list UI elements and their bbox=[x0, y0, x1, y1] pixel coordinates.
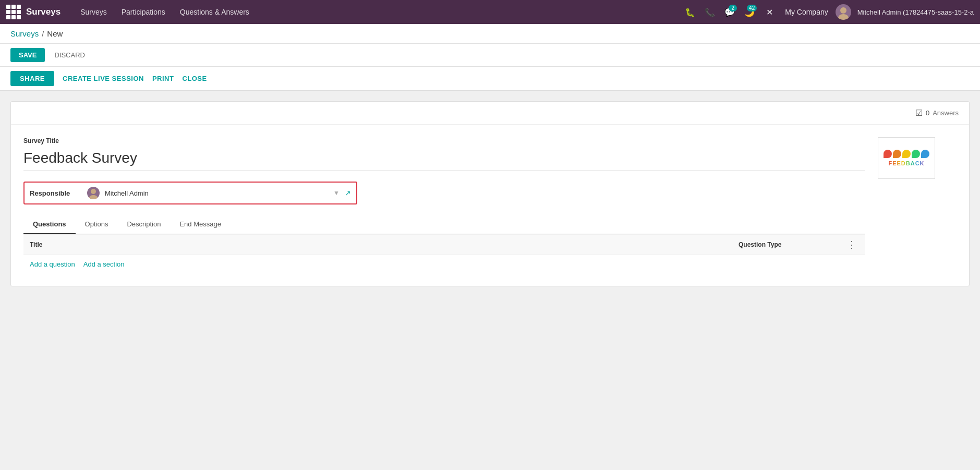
close-x-icon[interactable]: ✕ bbox=[761, 4, 778, 20]
action-bar: SAVE DISCARD bbox=[0, 44, 980, 67]
tabs-row: Questions Options Description End Messag… bbox=[23, 215, 865, 234]
bubble-orange bbox=[893, 150, 901, 158]
feedback-logo-text: FEEDBACK bbox=[888, 160, 924, 166]
add-links: Add a question Add a section bbox=[30, 260, 858, 268]
phone-icon[interactable]: 📞 bbox=[701, 4, 718, 20]
nav-links: Surveys Participations Questions & Answe… bbox=[73, 0, 682, 24]
add-question-link[interactable]: Add a question bbox=[30, 260, 75, 268]
moon-icon[interactable]: 🌙42 bbox=[741, 4, 758, 20]
nav-qa[interactable]: Questions & Answers bbox=[173, 0, 257, 24]
svg-point-1 bbox=[838, 14, 849, 20]
top-navigation: Surveys Surveys Participations Questions… bbox=[0, 0, 980, 24]
create-live-session-button[interactable]: CREATE LIVE SESSION bbox=[63, 75, 144, 82]
breadcrumb-parent[interactable]: Surveys bbox=[10, 29, 39, 38]
chat-icon[interactable]: 💬2 bbox=[721, 4, 738, 20]
nav-icon-group: 🐛 📞 💬2 🌙42 ✕ My Company Mitchell Admin (… bbox=[682, 4, 974, 20]
col-title-header: Title bbox=[30, 241, 739, 248]
breadcrumb: Surveys / New bbox=[0, 24, 980, 44]
svg-point-2 bbox=[91, 189, 96, 194]
tab-options[interactable]: Options bbox=[76, 215, 118, 234]
feedback-logo[interactable]: FEEDBACK bbox=[878, 137, 935, 179]
answer-count[interactable]: ☑ 0 Answers bbox=[915, 108, 959, 118]
form-main: Survey Title Responsible Mitchell Admin … bbox=[23, 137, 865, 273]
grid-menu-icon[interactable] bbox=[6, 5, 21, 19]
tab-description[interactable]: Description bbox=[117, 215, 170, 234]
breadcrumb-current: New bbox=[47, 29, 63, 38]
bubble-green bbox=[912, 150, 920, 158]
share-bar: SHARE CREATE LIVE SESSION PRINT CLOSE bbox=[0, 67, 980, 91]
feedback-bubbles bbox=[884, 150, 929, 158]
responsible-label: Responsible bbox=[30, 189, 82, 197]
svg-point-3 bbox=[89, 195, 98, 199]
company-name[interactable]: My Company bbox=[785, 8, 828, 16]
breadcrumb-separator: / bbox=[42, 29, 44, 38]
form-card: ☑ 0 Answers Survey Title Responsible Mit… bbox=[10, 101, 970, 286]
bug-icon[interactable]: 🐛 bbox=[682, 4, 698, 20]
bubble-red bbox=[884, 150, 892, 158]
close-button[interactable]: CLOSE bbox=[182, 75, 207, 82]
main-content: ☑ 0 Answers Survey Title Responsible Mit… bbox=[0, 91, 980, 470]
answer-count-row: ☑ 0 Answers bbox=[11, 102, 969, 125]
col-qtype-header: Question Type bbox=[739, 241, 843, 248]
print-button[interactable]: PRINT bbox=[152, 75, 174, 82]
nav-participations[interactable]: Participations bbox=[114, 0, 173, 24]
answer-label: Answers bbox=[933, 109, 959, 117]
dropdown-icon[interactable]: ▼ bbox=[333, 189, 340, 197]
user-label[interactable]: Mitchell Admin (17824475-saas-15-2-a bbox=[857, 8, 974, 16]
bubble-blue bbox=[921, 150, 929, 158]
external-link-icon[interactable]: ↗ bbox=[345, 189, 351, 197]
table-body: Add a question Add a section bbox=[23, 255, 865, 273]
tab-questions[interactable]: Questions bbox=[23, 215, 76, 234]
tab-end-message[interactable]: End Message bbox=[170, 215, 231, 234]
responsible-name[interactable]: Mitchell Admin bbox=[105, 189, 328, 197]
questions-table: Title Question Type ⋮ Add a question Add… bbox=[23, 234, 865, 273]
user-avatar[interactable] bbox=[836, 4, 851, 20]
table-header: Title Question Type ⋮ bbox=[23, 235, 865, 255]
discard-button[interactable]: DISCARD bbox=[49, 48, 90, 62]
form-side: FEEDBACK bbox=[875, 137, 938, 273]
bubble-yellow bbox=[902, 150, 911, 158]
chat-badge: 2 bbox=[729, 5, 737, 11]
checkbox-icon: ☑ bbox=[915, 108, 923, 118]
moon-badge: 42 bbox=[747, 5, 757, 11]
responsible-avatar bbox=[87, 187, 100, 199]
save-button[interactable]: SAVE bbox=[10, 48, 45, 62]
share-button[interactable]: SHARE bbox=[10, 71, 54, 86]
survey-title-input[interactable] bbox=[23, 148, 865, 171]
svg-point-0 bbox=[840, 7, 846, 14]
answer-number: 0 bbox=[926, 109, 929, 117]
add-section-link[interactable]: Add a section bbox=[83, 260, 125, 268]
form-body: Survey Title Responsible Mitchell Admin … bbox=[11, 125, 969, 286]
app-title: Surveys bbox=[26, 7, 61, 17]
three-dot-menu[interactable]: ⋮ bbox=[845, 239, 858, 250]
responsible-field: Responsible Mitchell Admin ▼ ↗ bbox=[23, 182, 357, 204]
survey-title-label: Survey Title bbox=[23, 137, 865, 144]
nav-surveys[interactable]: Surveys bbox=[73, 0, 114, 24]
col-actions-header: ⋮ bbox=[843, 239, 858, 250]
